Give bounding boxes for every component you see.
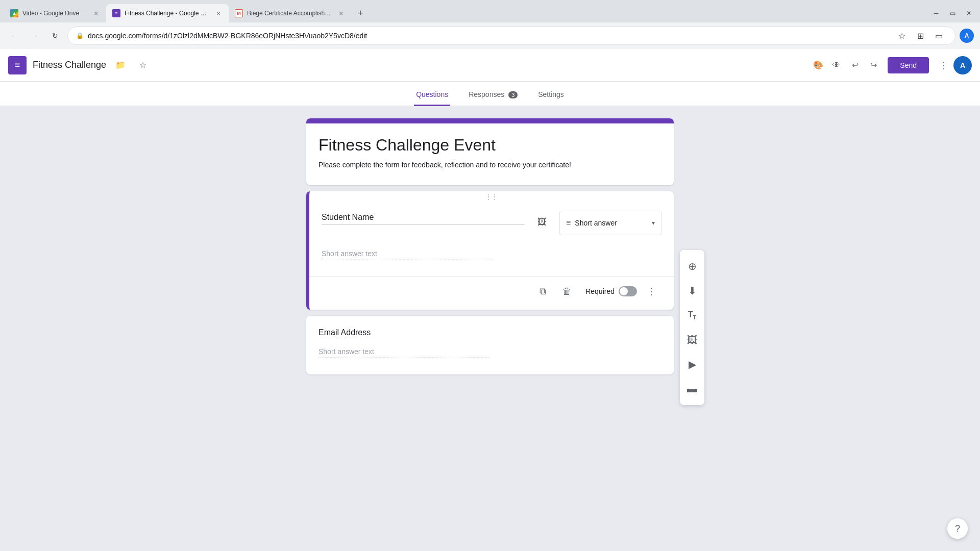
short-answer-placeholder-2: Short answer text [318,345,490,358]
question-image-icon: 🖼 [537,217,547,228]
form-header-card: Fitness Challenge Event Please complete … [306,118,674,185]
more-options-icon: ⋮ [647,286,656,297]
type-icon: ≡ [566,218,571,228]
browser-profile[interactable]: A [960,29,974,43]
browser-tab-3[interactable]: M Biege Certificate Accomplishmen... ✕ [229,4,351,22]
short-answer-placeholder-1: Short answer text [322,247,492,260]
address-bar-row: ← → ↻ 🔒 docs.google.com/forms/d/1zOlzl2d… [0,22,980,49]
palette-button[interactable]: 🎨 [810,57,826,73]
tab1-title: Video - Google Drive [22,10,88,17]
type-label: Short answer [575,219,648,227]
folder-icon: 📁 [115,60,126,70]
form-tabs: Questions Responses 3 Settings [0,82,980,106]
tab-settings-label: Settings [538,90,564,98]
user-avatar[interactable]: A [953,56,972,74]
help-icon: ? [955,523,960,534]
sidebar-button[interactable]: ▭ [930,28,947,44]
form-description: Please complete the form for feedback, r… [318,161,662,169]
folder-button[interactable]: 📁 [112,57,129,73]
tab-maximize-button[interactable]: ▭ [945,6,960,20]
tab3-title: Biege Certificate Accomplishmen... [247,10,333,17]
extensions-button[interactable]: ⊞ [912,28,928,44]
question-more-button[interactable]: ⋮ [641,281,662,302]
undo-button[interactable]: ↩ [847,57,863,73]
eye-icon: 👁 [832,61,841,70]
add-question-button[interactable]: ⊕ [680,254,704,279]
delete-question-button[interactable]: 🗑 [557,281,577,302]
help-button[interactable]: ? [947,518,968,539]
required-label: Required [585,287,615,295]
right-panel: ⊕ ⬇ TT 🖼 ▶ ▬ [680,250,704,405]
question-1-image-button[interactable]: 🖼 [533,213,551,231]
tab1-favicon: ▲ [10,9,18,17]
new-tab-icon: + [358,8,363,19]
app-header: ≡ Fitness Challenge 📁 ☆ 🎨 👁 ↩ ↪ Send ⋮ A [0,49,980,82]
address-field[interactable]: 🔒 docs.google.com/forms/d/1zOlzl2dMMcBW2… [67,27,955,45]
short-answer-preview-1: Short answer text [322,243,662,268]
add-image-button[interactable]: 🖼 [680,328,704,352]
tab-minimize-button[interactable]: ─ [929,6,943,20]
form-title[interactable]: Fitness Challenge Event [318,136,662,155]
question-card-1: ⋮⋮ 🖼 ≡ Short answer ▾ Short answer text [306,191,674,310]
browser-tab-1[interactable]: ▲ Video - Google Drive ✕ [4,4,106,22]
new-tab-button[interactable]: + [353,6,368,20]
tab3-favicon: M [235,9,243,17]
back-button[interactable]: ← [6,28,22,44]
send-button[interactable]: Send [888,57,929,73]
tab2-title: Fitness Challenge - Google Form... [125,10,210,17]
more-menu-button[interactable]: ⋮ [935,57,951,73]
copy-icon: ⧉ [540,286,546,297]
tab-questions[interactable]: Questions [414,84,450,106]
tab3-close[interactable]: ✕ [337,9,345,17]
form-container: Fitness Challenge Event Please complete … [306,118,674,543]
forms-logo-icon: ≡ [15,60,20,70]
tab-responses[interactable]: Responses 3 [467,84,520,106]
question-1-input[interactable] [322,211,525,224]
lock-icon: 🔒 [76,32,84,39]
title-icon: TT [688,310,696,320]
tab-responses-label: Responses [469,90,504,98]
add-section-icon: ▬ [687,383,697,395]
preview-button[interactable]: 👁 [828,57,845,73]
delete-icon: 🗑 [562,286,572,297]
browser-tab-2[interactable]: ≡ Fitness Challenge - Google Form... ✕ [106,4,229,22]
tab-settings[interactable]: Settings [536,84,566,106]
add-video-button[interactable]: ▶ [680,352,704,377]
question-2-title: Email Address [318,328,662,337]
add-title-button[interactable]: TT [680,303,704,328]
tab1-close[interactable]: ✕ [92,9,100,17]
add-video-icon: ▶ [689,358,696,370]
palette-icon: 🎨 [813,60,823,70]
copy-question-button[interactable]: ⧉ [532,281,553,302]
redo-button[interactable]: ↪ [865,57,881,73]
form-header-bar [306,118,674,123]
drag-handle-icon: ⋮⋮ [485,193,498,201]
forward-button[interactable]: → [27,28,43,44]
tab2-favicon: ≡ [112,9,120,17]
add-image-icon: 🖼 [687,334,697,346]
undo-icon: ↩ [852,60,859,70]
star-icon: ☆ [139,60,146,70]
app-logo: ≡ [8,56,27,74]
refresh-icon: ↻ [52,32,58,40]
question-1-type-select[interactable]: ≡ Short answer ▾ [559,211,662,235]
refresh-button[interactable]: ↻ [47,28,63,44]
import-questions-button[interactable]: ⬇ [680,279,704,303]
required-toggle[interactable] [619,286,637,296]
more-icon: ⋮ [939,60,948,71]
responses-badge: 3 [508,91,518,98]
address-text: docs.google.com/forms/d/1zOlzl2dMMcBW2-B… [88,32,890,40]
add-icon: ⊕ [688,260,697,272]
tab2-close[interactable]: ✕ [214,9,223,17]
question-card-2: Email Address Short answer text [306,316,674,374]
tab-close-window-button[interactable]: ✕ [962,6,976,20]
dropdown-arrow-icon: ▾ [652,219,655,227]
import-icon: ⬇ [688,285,697,297]
drag-handle-1[interactable]: ⋮⋮ [309,191,674,203]
back-icon: ← [11,32,18,40]
main-content: Fitness Challenge Event Please complete … [0,106,980,551]
star-button[interactable]: ☆ [135,57,151,73]
add-section-button[interactable]: ▬ [680,377,704,401]
app-title: Fitness Challenge [33,60,106,70]
bookmark-button[interactable]: ☆ [894,28,910,44]
